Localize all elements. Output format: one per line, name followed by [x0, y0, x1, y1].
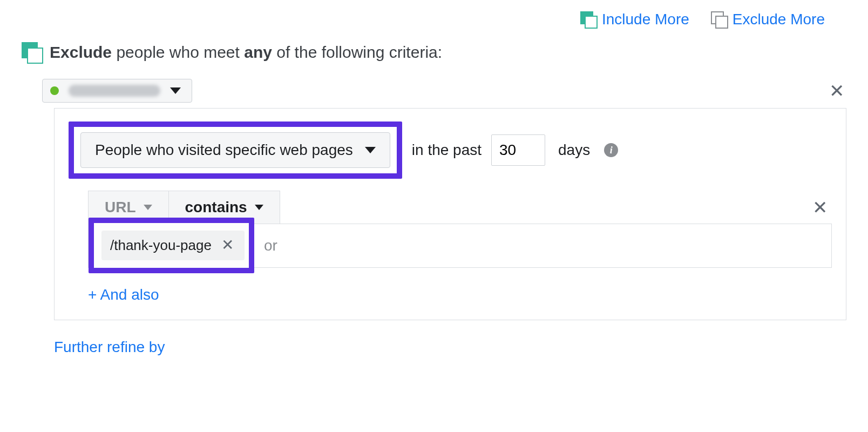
heading-mid: people who meet	[112, 43, 244, 61]
url-value-chip[interactable]: /thank-you-page ✕	[101, 231, 245, 260]
remove-chip-button[interactable]: ✕	[219, 238, 236, 253]
exclude-bold: Exclude	[50, 43, 112, 61]
url-operator-label: contains	[185, 199, 247, 216]
rule-panel: People who visited specific web pages in…	[54, 108, 846, 320]
include-more-link[interactable]: Include More	[580, 11, 689, 28]
caret-down-icon	[170, 87, 181, 94]
highlight-event-type: People who visited specific web pages	[69, 122, 402, 179]
exclude-heading-text: Exclude people who meet any of the follo…	[50, 43, 442, 62]
url-value-input[interactable]: or	[254, 224, 831, 267]
include-icon	[580, 11, 596, 28]
source-name-placeholder	[69, 85, 160, 97]
remove-url-filter-button[interactable]: ✕	[810, 198, 830, 217]
in-the-past-label: in the past	[412, 141, 482, 159]
and-also-button[interactable]: + And also	[88, 286, 159, 303]
further-refine-link[interactable]: Further refine by	[54, 339, 165, 356]
url-filter-block: URL contains ✕ /thank-you-page ✕	[88, 191, 832, 303]
event-type-dropdown[interactable]: People who visited specific web pages	[80, 132, 390, 168]
url-field-label: URL	[105, 199, 136, 216]
url-value-text: /thank-you-page	[110, 237, 212, 254]
include-more-label: Include More	[602, 11, 689, 28]
exclude-heading: Exclude people who meet any of the follo…	[22, 42, 846, 63]
caret-down-icon	[365, 147, 376, 153]
any-bold: any	[244, 43, 272, 61]
remove-rule-group-button[interactable]: ✕	[827, 82, 846, 100]
exclude-more-label: Exclude More	[733, 11, 825, 28]
caret-down-icon	[255, 205, 263, 210]
days-input[interactable]	[491, 134, 545, 166]
event-type-label: People who visited specific web pages	[95, 141, 353, 159]
event-type-row: People who visited specific web pages in…	[69, 122, 832, 179]
source-dropdown[interactable]	[42, 79, 192, 103]
exclude-more-link[interactable]: Exclude More	[711, 11, 825, 28]
caret-down-icon	[144, 205, 152, 210]
source-row: ✕	[42, 79, 846, 103]
heading-tail: of the following criteria:	[272, 43, 442, 61]
status-dot-icon	[50, 86, 59, 95]
url-value-input-row: /thank-you-page ✕ or	[88, 224, 832, 268]
info-icon[interactable]: i	[604, 143, 618, 157]
exclude-outline-icon	[711, 11, 727, 28]
highlight-url-value: /thank-you-page ✕	[89, 218, 254, 273]
top-links-row: Include More Exclude More	[22, 11, 846, 42]
exclude-icon	[22, 42, 42, 63]
days-label: days	[558, 141, 590, 159]
